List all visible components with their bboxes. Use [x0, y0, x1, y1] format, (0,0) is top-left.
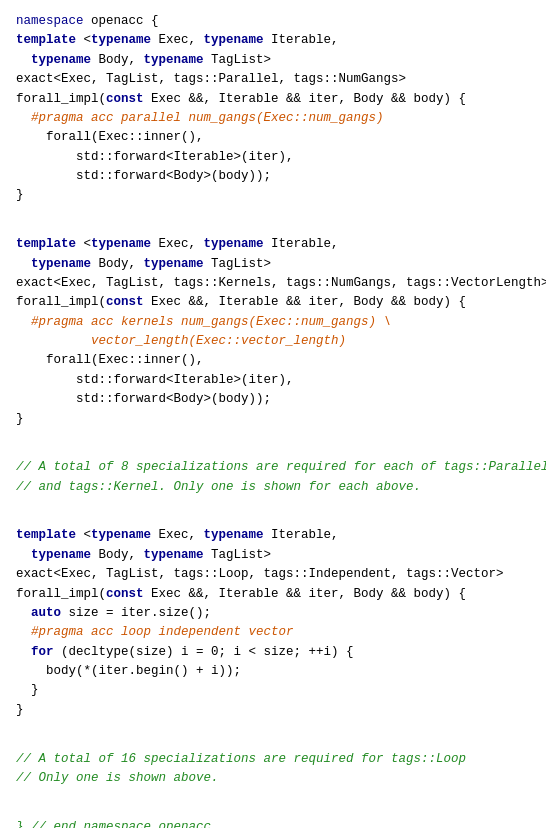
code-section-1: namespace openacc { template <typename E…	[16, 12, 530, 206]
code-comment-2: // A total of 16 specializations are req…	[16, 730, 530, 788]
code-section-2: template <typename Exec, typename Iterab…	[16, 216, 530, 429]
code-area: namespace openacc { template <typename E…	[16, 12, 530, 828]
code-section-4: } // end namespace openacc	[16, 798, 530, 828]
code-comment-1: // A total of 8 specializations are requ…	[16, 439, 530, 497]
code-section-3: template <typename Exec, typename Iterab…	[16, 507, 530, 720]
